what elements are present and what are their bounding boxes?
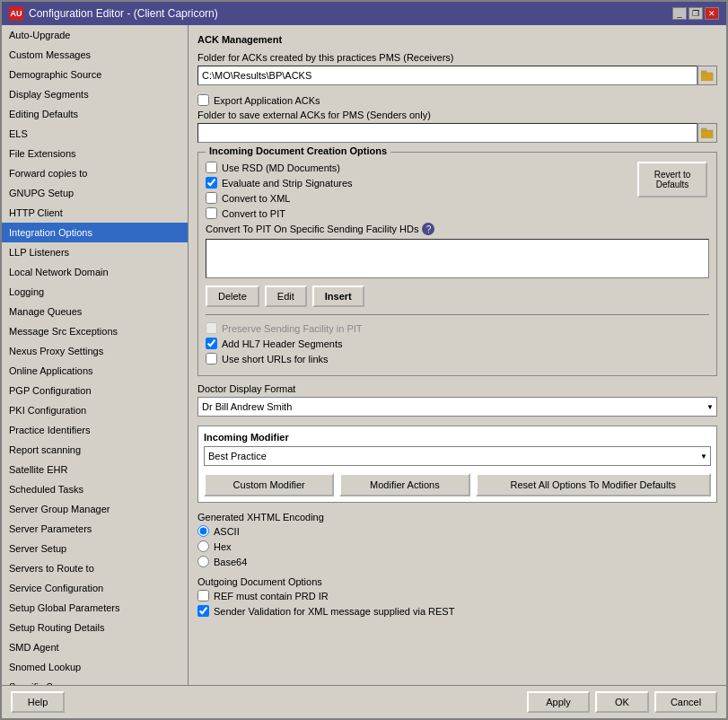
title-bar-left: AU Configuration Editor - (Client Capric… <box>9 6 218 21</box>
sidebar-item-editing-defaults[interactable]: Editing Defaults <box>2 104 188 124</box>
hex-label: Hex <box>214 541 232 552</box>
sidebar-item-snomed-lookup[interactable]: Snomed Lookup <box>2 657 188 677</box>
sidebar-item-integration-options[interactable]: Integration Options <box>2 223 188 242</box>
sidebar-item-report-scanning[interactable]: Report scanning <box>2 440 188 460</box>
ok-button[interactable]: OK <box>595 691 649 713</box>
close-button[interactable]: ✕ <box>705 7 719 20</box>
doctor-format-select-wrapper: Dr Bill Andrew Smith <box>197 397 717 417</box>
sidebar-item-online-applications[interactable]: Online Applications <box>2 361 188 381</box>
evaluate-strip-label: Evaluate and Strip Signatures <box>222 178 353 189</box>
ascii-radio[interactable] <box>197 525 209 537</box>
convert-xml-row: Convert to XML <box>206 192 630 204</box>
insert-button[interactable]: Insert <box>312 285 364 307</box>
hex-row: Hex <box>197 540 717 552</box>
sidebar-item-service-configuration[interactable]: Service Configuration <box>2 578 188 598</box>
sidebar-item-file-extensions[interactable]: File Extensions <box>2 144 188 163</box>
xhtml-title: Generated XHTML Encoding <box>197 512 717 522</box>
help-button[interactable]: Help <box>11 691 65 713</box>
svg-rect-3 <box>701 128 706 131</box>
bottom-bar: Help Apply OK Cancel <box>2 685 726 718</box>
sidebar-item-pki-configuration[interactable]: PKI Configuration <box>2 400 188 420</box>
ref-prd-row: REF must contain PRD IR <box>197 590 717 601</box>
minimize-button[interactable]: _ <box>672 7 687 20</box>
title-bar-controls: _ ❐ ✕ <box>672 7 719 20</box>
sidebar-item-demographic-source[interactable]: Demographic Source <box>2 65 188 84</box>
apply-button[interactable]: Apply <box>527 691 590 713</box>
base64-label: Base64 <box>214 557 247 567</box>
sidebar-item-manage-queues[interactable]: Manage Queues <box>2 302 188 321</box>
sidebar-item-display-segments[interactable]: Display Segments <box>2 84 188 104</box>
xhtml-group: Generated XHTML Encoding ASCII Hex Base6… <box>197 512 717 567</box>
restore-button[interactable]: ❐ <box>689 7 703 20</box>
sender-validation-checkbox[interactable] <box>197 605 209 617</box>
sidebar-item-setup-global-parameters[interactable]: Setup Global Parameters <box>2 598 188 618</box>
sidebar-item-auto-upgrade[interactable]: Auto-Upgrade <box>2 25 188 45</box>
convert-pit-box <box>206 239 709 278</box>
modifier-actions-button[interactable]: Modifier Actions <box>339 473 469 496</box>
add-hl7-row: Add HL7 Header Segments <box>206 338 709 349</box>
sidebar-item-smd-agent[interactable]: SMD Agent <box>2 637 188 657</box>
use-rsd-label: Use RSD (MD Documents) <box>222 162 340 173</box>
content-area: ACK Management Folder for ACKs created b… <box>189 25 726 685</box>
hex-radio[interactable] <box>197 540 209 552</box>
folder-browse-icon[interactable] <box>697 66 717 85</box>
revert-defaults-button[interactable]: Revert to Defaults <box>637 162 707 198</box>
custom-modifier-button[interactable]: Custom Modifier <box>204 473 334 496</box>
ref-prd-label: REF must contain PRD IR <box>214 591 329 601</box>
edit-button[interactable]: Edit <box>265 285 307 307</box>
preserve-facility-row: Preserve Sending Facility in PIT <box>206 322 709 334</box>
folder-acks-input[interactable] <box>197 66 697 85</box>
sidebar-item-server-setup[interactable]: Server Setup <box>2 539 188 558</box>
convert-xml-checkbox[interactable] <box>206 192 217 204</box>
sidebar-item-setup-routing-details[interactable]: Setup Routing Details <box>2 618 188 637</box>
incoming-modifier-select[interactable]: Best Practice <box>204 446 711 466</box>
external-folder-input[interactable] <box>197 123 697 143</box>
svg-rect-0 <box>701 73 713 81</box>
sidebar-item-local-network-domain[interactable]: Local Network Domain <box>2 262 188 282</box>
section-title: ACK Management <box>197 34 717 45</box>
add-hl7-checkbox[interactable] <box>206 338 217 349</box>
evaluate-strip-checkbox[interactable] <box>206 177 217 189</box>
sidebar-item-practice-identifiers[interactable]: Practice Identifiers <box>2 420 188 440</box>
sidebar-item-server-parameters[interactable]: Server Parameters <box>2 519 188 539</box>
ref-prd-checkbox[interactable] <box>197 590 209 601</box>
sidebar-item-custom-messages[interactable]: Custom Messages <box>2 45 188 65</box>
delete-button[interactable]: Delete <box>206 285 259 307</box>
doctor-format-select[interactable]: Dr Bill Andrew Smith <box>197 397 717 417</box>
revert-btn-container: Revert to Defaults <box>637 162 709 223</box>
modifier-buttons-row: Custom Modifier Modifier Actions Reset A… <box>204 473 711 496</box>
sidebar-item-specific-servers[interactable]: Specific Servers <box>2 677 188 685</box>
ascii-label: ASCII <box>214 526 240 537</box>
sidebar-item-servers-to-route[interactable]: Servers to Route to <box>2 558 188 578</box>
export-acks-checkbox[interactable] <box>197 94 209 106</box>
sidebar-item-forward-copies[interactable]: Forward copies to <box>2 163 188 183</box>
external-folder-browse-icon[interactable] <box>697 123 717 143</box>
sidebar-item-http-client[interactable]: HTTP Client <box>2 203 188 223</box>
sidebar-item-llp-listeners[interactable]: LLP Listeners <box>2 242 188 262</box>
incoming-modifier-group: Incoming Modifier Best Practice Custom M… <box>197 426 717 503</box>
base64-row: Base64 <box>197 556 717 567</box>
sidebar-item-satellite-ehr[interactable]: Satellite EHR <box>2 460 188 479</box>
sidebar-item-gnupg-setup[interactable]: GNUPG Setup <box>2 183 188 203</box>
cancel-button[interactable]: Cancel <box>654 691 717 713</box>
sidebar-item-els[interactable]: ELS <box>2 124 188 144</box>
doctor-format-label: Doctor Display Format <box>197 383 717 394</box>
preserve-facility-checkbox[interactable] <box>206 322 217 334</box>
external-folder-input-row <box>197 123 717 143</box>
folder-acks-group: Folder for ACKs created by this practice… <box>197 52 717 85</box>
sidebar-item-logging[interactable]: Logging <box>2 282 188 302</box>
sidebar-item-nexus-proxy-settings[interactable]: Nexus Proxy Settings <box>2 341 188 361</box>
sidebar-item-message-src-exceptions[interactable]: Message Src Exceptions <box>2 321 188 341</box>
doctor-format-group: Doctor Display Format Dr Bill Andrew Smi… <box>197 383 717 417</box>
use-short-urls-checkbox[interactable] <box>206 353 217 364</box>
base64-radio[interactable] <box>197 556 209 567</box>
sidebar-item-pgp-configuration[interactable]: PGP Configuration <box>2 381 188 400</box>
reset-options-button[interactable]: Reset All Options To Modifier Defaults <box>476 473 712 496</box>
use-short-urls-row: Use short URLs for links <box>206 353 709 364</box>
external-folder-group: Folder to save external ACKs for PMS (Se… <box>197 110 717 143</box>
convert-pit-checkbox[interactable] <box>206 207 217 219</box>
use-rsd-checkbox[interactable] <box>206 162 217 173</box>
sidebar-item-scheduled-tasks[interactable]: Scheduled Tasks <box>2 479 188 499</box>
help-icon[interactable]: ? <box>422 223 434 235</box>
sidebar-item-server-group-manager[interactable]: Server Group Manager <box>2 499 188 519</box>
